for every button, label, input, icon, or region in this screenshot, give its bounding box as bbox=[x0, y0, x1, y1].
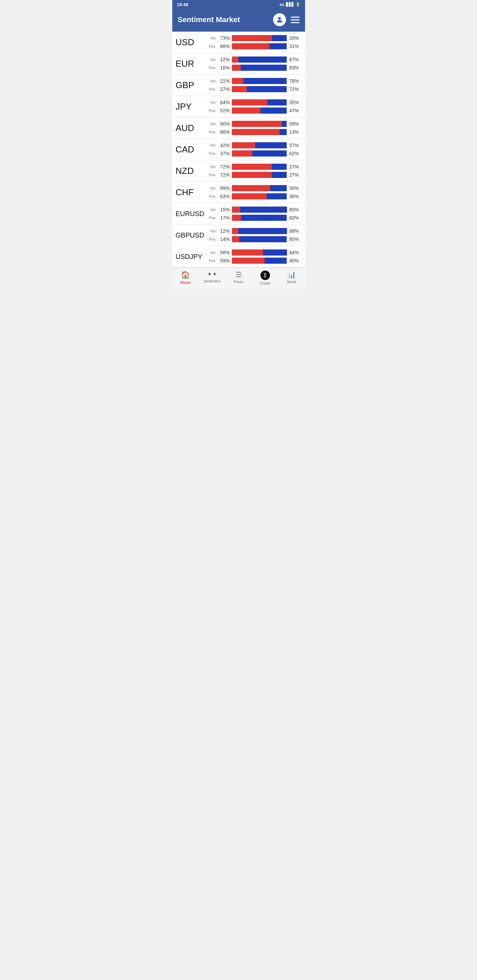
currency-row-usd[interactable]: USD Vol 73% 26% Pos 68% 31% bbox=[172, 32, 305, 53]
pos-label: Pos bbox=[208, 151, 215, 156]
currency-stats-chf: Vol 69% 30% Pos 63% 36% bbox=[208, 185, 302, 199]
vol-bar-red bbox=[232, 185, 270, 191]
nav-home-label: Home bbox=[180, 280, 191, 285]
currency-row-eur[interactable]: EUR Vol 12% 87% Pos 16% 83% bbox=[172, 53, 305, 75]
currency-row-gbpusd[interactable]: GBPUSD Vol 12% 88% Pos 14% 85% bbox=[172, 224, 305, 246]
vol-bar-red bbox=[232, 121, 282, 127]
currency-row-jpy[interactable]: JPY Vol 64% 35% Pos 52% 47% bbox=[172, 96, 305, 118]
nav-stock[interactable]: 📊 Stock bbox=[279, 270, 305, 285]
crypto-icon: ₿ bbox=[260, 270, 270, 280]
vol-label: Vol bbox=[208, 122, 215, 126]
vol-bar-red bbox=[232, 164, 272, 170]
pos-left-pct: 17% bbox=[217, 215, 230, 221]
pos-bar bbox=[232, 129, 287, 135]
stock-icon: 📊 bbox=[287, 270, 296, 279]
pos-bar-blue bbox=[239, 236, 287, 242]
vol-right-pct: 85% bbox=[289, 207, 302, 212]
vol-right-pct: 57% bbox=[289, 143, 302, 148]
svg-point-0 bbox=[278, 17, 281, 20]
pos-bar-red bbox=[232, 86, 247, 92]
vol-bar bbox=[232, 207, 287, 213]
currency-row-gbp[interactable]: GBP Vol 21% 78% Pos 27% 72% bbox=[172, 75, 305, 96]
vol-bar bbox=[232, 185, 287, 191]
pos-label: Pos bbox=[208, 87, 215, 91]
vol-label: Vol bbox=[208, 208, 215, 212]
currency-row-chf[interactable]: CHF Vol 69% 30% Pos 63% 36% bbox=[172, 182, 305, 203]
pos-bar-red bbox=[232, 172, 272, 178]
vol-left-pct: 12% bbox=[217, 228, 230, 234]
vol-bar-red bbox=[232, 78, 243, 84]
home-icon: 🏠 bbox=[181, 270, 190, 279]
pos-right-pct: 82% bbox=[289, 215, 302, 221]
pos-label: Pos bbox=[208, 130, 215, 134]
nav-sentiment[interactable]: ✦✦ Sentiment bbox=[199, 270, 225, 285]
pos-label: Pos bbox=[208, 216, 215, 220]
vol-bar-red bbox=[232, 56, 239, 63]
pos-bar-red bbox=[232, 193, 267, 199]
pos-label: Pos bbox=[208, 173, 215, 177]
currency-row-eurusd[interactable]: EURUSD Vol 15% 85% Pos 17% 82% bbox=[172, 203, 305, 224]
pos-row: Pos 59% 40% bbox=[208, 258, 302, 264]
currency-name-chf: CHF bbox=[175, 187, 208, 198]
status-icons: 4G ▋▋▋ 🔋 bbox=[279, 2, 300, 7]
currency-stats-eurusd: Vol 15% 85% Pos 17% 82% bbox=[208, 207, 302, 221]
nav-forex-label: Forex bbox=[234, 280, 243, 284]
pos-left-pct: 37% bbox=[217, 151, 230, 156]
pos-bar bbox=[232, 43, 287, 49]
currency-row-cad[interactable]: CAD Vol 42% 57% Pos 37% 62% bbox=[172, 139, 305, 160]
vol-bar bbox=[232, 121, 287, 127]
pos-row: Pos 14% 85% bbox=[208, 236, 302, 242]
currency-stats-nzd: Vol 72% 27% Pos 72% 27% bbox=[208, 164, 302, 178]
pos-bar-red bbox=[232, 65, 241, 71]
vol-left-pct: 42% bbox=[217, 143, 230, 148]
currency-row-usdjpy[interactable]: USDJPY Vol 56% 44% Pos 59% 40% bbox=[172, 246, 305, 267]
pos-right-pct: 13% bbox=[289, 129, 302, 135]
vol-label: Vol bbox=[208, 57, 215, 62]
pos-bar-blue bbox=[269, 43, 287, 49]
vol-bar-blue bbox=[240, 207, 287, 213]
pos-bar-blue bbox=[241, 215, 287, 221]
pos-left-pct: 72% bbox=[217, 172, 230, 178]
currency-name-gbp: GBP bbox=[175, 80, 208, 91]
currency-row-nzd[interactable]: NZD Vol 72% 27% Pos 72% 27% bbox=[172, 160, 305, 182]
currency-stats-usd: Vol 73% 26% Pos 68% 31% bbox=[208, 35, 302, 49]
pos-bar-red bbox=[232, 129, 279, 135]
pos-bar-blue bbox=[266, 193, 287, 199]
pos-left-pct: 14% bbox=[217, 237, 230, 242]
pos-bar-red bbox=[232, 108, 261, 114]
vol-row: Vol 73% 26% bbox=[208, 35, 302, 41]
nav-home[interactable]: 🏠 Home bbox=[172, 270, 199, 285]
vol-label: Vol bbox=[208, 229, 215, 233]
menu-button[interactable] bbox=[291, 17, 300, 23]
pos-row: Pos 17% 82% bbox=[208, 215, 302, 221]
nav-crypto[interactable]: ₿ Crypto bbox=[252, 270, 279, 285]
currency-name-eur: EUR bbox=[175, 59, 208, 69]
pos-bar-blue bbox=[260, 108, 287, 114]
vol-label: Vol bbox=[208, 250, 215, 255]
vol-row: Vol 72% 27% bbox=[208, 164, 302, 170]
pos-bar-blue bbox=[241, 65, 287, 71]
currency-stats-jpy: Vol 64% 35% Pos 52% 47% bbox=[208, 99, 302, 114]
vol-bar bbox=[232, 250, 287, 256]
pos-right-pct: 40% bbox=[289, 258, 302, 263]
pos-left-pct: 59% bbox=[217, 258, 230, 263]
vol-left-pct: 90% bbox=[217, 121, 230, 127]
pos-label: Pos bbox=[208, 44, 215, 48]
avatar-button[interactable] bbox=[273, 13, 286, 26]
currency-row-aud[interactable]: AUD Vol 90% 09% Pos 86% 13% bbox=[172, 118, 305, 139]
vol-right-pct: 26% bbox=[289, 35, 302, 41]
currency-list: USD Vol 73% 26% Pos 68% 31% bbox=[172, 32, 305, 267]
pos-right-pct: 83% bbox=[289, 65, 302, 70]
pos-bar bbox=[232, 65, 287, 71]
vol-bar-blue bbox=[238, 56, 287, 63]
pos-right-pct: 62% bbox=[289, 151, 302, 156]
pos-left-pct: 68% bbox=[217, 43, 230, 49]
pos-row: Pos 86% 13% bbox=[208, 129, 302, 135]
network-icon: 4G bbox=[279, 3, 285, 7]
currency-name-eurusd: EURUSD bbox=[175, 210, 208, 218]
pos-bar bbox=[232, 86, 287, 92]
pos-right-pct: 47% bbox=[289, 108, 302, 113]
nav-forex[interactable]: ☰ Forex bbox=[225, 270, 252, 285]
forex-icon: ☰ bbox=[236, 270, 242, 279]
vol-left-pct: 69% bbox=[217, 185, 230, 191]
